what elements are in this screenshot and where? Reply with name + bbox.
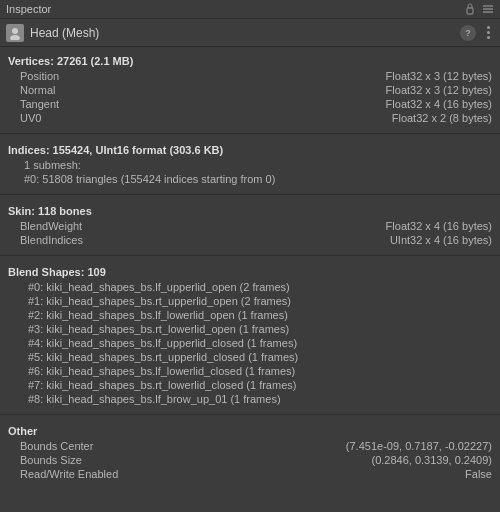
- component-avatar: [6, 24, 24, 42]
- bounds-size-row: Bounds Size (0.2846, 0.3139, 0.2409): [8, 453, 492, 467]
- divider-1: [0, 133, 500, 134]
- component-header: Head (Mesh) ?: [0, 19, 500, 47]
- vertex-uv0-label: UV0: [20, 112, 41, 124]
- blend-item-1: #1: kiki_head_shapes_bs.rt_upperlid_open…: [8, 294, 492, 308]
- vertex-tangent-value: Float32 x 4 (16 bytes): [386, 98, 492, 110]
- skin-header: Skin: 118 bones: [8, 205, 492, 217]
- svg-point-4: [12, 28, 18, 34]
- skin-blendweight-value: Float32 x 4 (16 bytes): [386, 220, 492, 232]
- title-bar-left: Inspector: [6, 3, 51, 15]
- indices-submesh: 1 submesh:: [8, 158, 492, 172]
- vertex-normal-label: Normal: [20, 84, 55, 96]
- component-title: Head (Mesh): [30, 26, 454, 40]
- skin-blendweight-row: BlendWeight Float32 x 4 (16 bytes): [8, 219, 492, 233]
- vertex-tangent-label: Tangent: [20, 98, 59, 110]
- vertices-section: Vertices: 27261 (2.1 MB) Position Float3…: [0, 47, 500, 131]
- skin-section: Skin: 118 bones BlendWeight Float32 x 4 …: [0, 197, 500, 253]
- lock-icon[interactable]: [464, 3, 476, 15]
- readwrite-row: Read/Write Enabled False: [8, 467, 492, 481]
- skin-blendindices-row: BlendIndices UInt32 x 4 (16 bytes): [8, 233, 492, 247]
- vertex-position-row: Position Float32 x 3 (12 bytes): [8, 69, 492, 83]
- svg-point-5: [10, 35, 20, 40]
- skin-blendindices-value: UInt32 x 4 (16 bytes): [390, 234, 492, 246]
- divider-4: [0, 414, 500, 415]
- blend-item-7: #7: kiki_head_shapes_bs.rt_lowerlid_clos…: [8, 378, 492, 392]
- readwrite-value: False: [465, 468, 492, 480]
- indices-header: Indices: 155424, UInt16 format (303.6 KB…: [8, 144, 492, 156]
- vertex-uv0-row: UV0 Float32 x 2 (8 bytes): [8, 111, 492, 125]
- indices-section: Indices: 155424, UInt16 format (303.6 KB…: [0, 136, 500, 192]
- content-area[interactable]: Vertices: 27261 (2.1 MB) Position Float3…: [0, 47, 500, 512]
- vertex-uv0-value: Float32 x 2 (8 bytes): [392, 112, 492, 124]
- help-icon[interactable]: ?: [460, 25, 476, 41]
- other-header: Other: [8, 425, 492, 437]
- vertex-normal-row: Normal Float32 x 3 (12 bytes): [8, 83, 492, 97]
- divider-3: [0, 255, 500, 256]
- title-text: Inspector: [6, 3, 51, 15]
- bounds-center-label: Bounds Center: [20, 440, 93, 452]
- title-bar: Inspector: [0, 0, 500, 19]
- blend-item-8: #8: kiki_head_shapes_bs.lf_brow_up_01 (1…: [8, 392, 492, 406]
- divider-2: [0, 194, 500, 195]
- skin-blendindices-label: BlendIndices: [20, 234, 83, 246]
- blend-item-2: #2: kiki_head_shapes_bs.lf_lowerlid_open…: [8, 308, 492, 322]
- blendshapes-header: Blend Shapes: 109: [8, 266, 492, 278]
- bounds-center-row: Bounds Center (7.451e-09, 0.7187, -0.022…: [8, 439, 492, 453]
- bounds-size-label: Bounds Size: [20, 454, 82, 466]
- blendshapes-section: Blend Shapes: 109 #0: kiki_head_shapes_b…: [0, 258, 500, 412]
- skin-blendweight-label: BlendWeight: [20, 220, 82, 232]
- indices-submesh-detail: #0: 51808 triangles (155424 indices star…: [8, 172, 492, 186]
- other-section: Other Bounds Center (7.451e-09, 0.7187, …: [0, 417, 500, 487]
- blend-item-3: #3: kiki_head_shapes_bs.rt_lowerlid_open…: [8, 322, 492, 336]
- bounds-size-value: (0.2846, 0.3139, 0.2409): [372, 454, 492, 466]
- bounds-center-value: (7.451e-09, 0.7187, -0.02227): [346, 440, 492, 452]
- blend-item-4: #4: kiki_head_shapes_bs.lf_upperlid_clos…: [8, 336, 492, 350]
- vertex-tangent-row: Tangent Float32 x 4 (16 bytes): [8, 97, 492, 111]
- vertices-header: Vertices: 27261 (2.1 MB): [8, 55, 492, 67]
- title-bar-icons: [464, 3, 494, 15]
- kebab-icon[interactable]: [482, 26, 494, 40]
- blend-item-5: #5: kiki_head_shapes_bs.rt_upperlid_clos…: [8, 350, 492, 364]
- blend-item-0: #0: kiki_head_shapes_bs.lf_upperlid_open…: [8, 280, 492, 294]
- vertex-position-label: Position: [20, 70, 59, 82]
- component-header-icons: ?: [460, 25, 494, 41]
- svg-rect-0: [467, 8, 473, 14]
- readwrite-label: Read/Write Enabled: [20, 468, 118, 480]
- blend-item-6: #6: kiki_head_shapes_bs.lf_lowerlid_clos…: [8, 364, 492, 378]
- vertex-position-value: Float32 x 3 (12 bytes): [386, 70, 492, 82]
- menu-icon[interactable]: [482, 3, 494, 15]
- vertex-normal-value: Float32 x 3 (12 bytes): [386, 84, 492, 96]
